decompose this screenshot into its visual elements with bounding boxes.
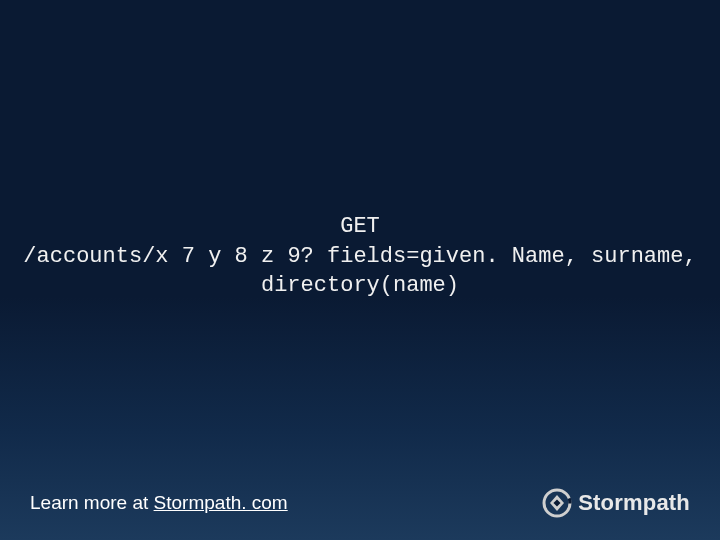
brand-logo: Stormpath	[542, 488, 690, 518]
stormpath-logo-icon	[542, 488, 572, 518]
learn-more-text: Learn more at Stormpath. com	[30, 492, 288, 514]
code-snippet: GET /accounts/x 7 y 8 z 9? fields=given.…	[0, 212, 720, 301]
slide: GET /accounts/x 7 y 8 z 9? fields=given.…	[0, 0, 720, 540]
learn-more-prefix: Learn more at	[30, 492, 154, 513]
code-line-3: directory(name)	[261, 273, 459, 298]
code-line-2: /accounts/x 7 y 8 z 9? fields=given. Nam…	[23, 244, 696, 269]
stormpath-link[interactable]: Stormpath. com	[154, 492, 288, 513]
brand-name: Stormpath	[578, 490, 690, 516]
footer: Learn more at Stormpath. com Stormpath	[30, 488, 690, 518]
code-line-1: GET	[340, 214, 380, 239]
